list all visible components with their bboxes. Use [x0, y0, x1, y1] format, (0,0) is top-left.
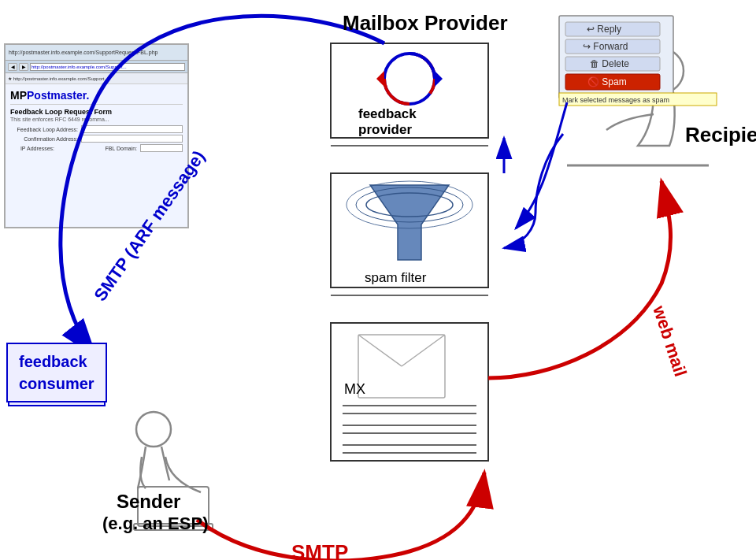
svg-text:🗑 Delete: 🗑 Delete — [590, 58, 629, 69]
diagram-svg: ↩ Reply ↪ Forward 🗑 Delete 🚫 Spam Mark s… — [0, 0, 756, 560]
sender-label2: (e.g. an ESP) — [102, 514, 208, 533]
smtp-arf-label: SMTP (ARF message) — [90, 146, 209, 304]
webmail-label: web mail — [649, 302, 691, 379]
feedback-consumer-line2: consumer — [19, 375, 94, 392]
sender-label1: Sender — [117, 491, 180, 512]
feedback-provider-label2: provider — [358, 122, 412, 137]
feedback-consumer-box: feedback consumer — [6, 343, 107, 402]
mailbox-provider-label: Mailbox Provider — [343, 11, 508, 35]
recipient-label: Recipient — [685, 123, 756, 146]
feedback-provider-label1: feedback — [358, 106, 417, 121]
svg-text:↪ Forward: ↪ Forward — [583, 41, 628, 52]
smtp-bottom-label: SMTP — [291, 540, 348, 560]
diagram-container: http://postmaster.info.example.com/Suppo… — [0, 0, 756, 560]
feedback-consumer-line1: feedback — [19, 353, 87, 370]
mx-label: MX — [344, 381, 365, 397]
svg-text:🚫 Spam: 🚫 Spam — [587, 76, 627, 87]
svg-text:↩ Reply: ↩ Reply — [587, 24, 621, 35]
svg-point-41 — [136, 412, 171, 447]
spam-filter-label: spam filter — [365, 270, 427, 285]
svg-text:Mark selected messages as spam: Mark selected messages as spam — [562, 96, 669, 104]
